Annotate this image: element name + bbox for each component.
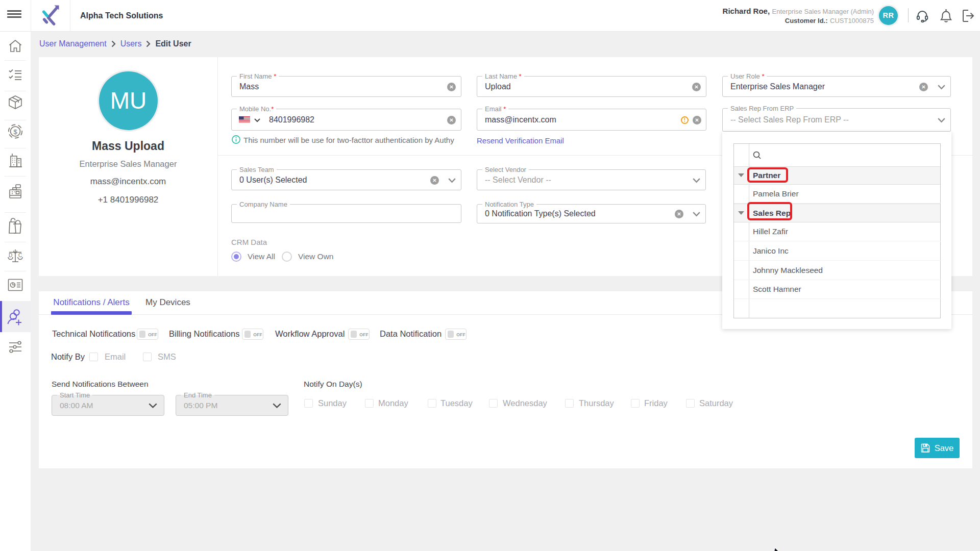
svg-text:C: C [18, 253, 22, 258]
svg-text:$: $ [13, 128, 17, 136]
svg-text:D: D [9, 253, 12, 258]
